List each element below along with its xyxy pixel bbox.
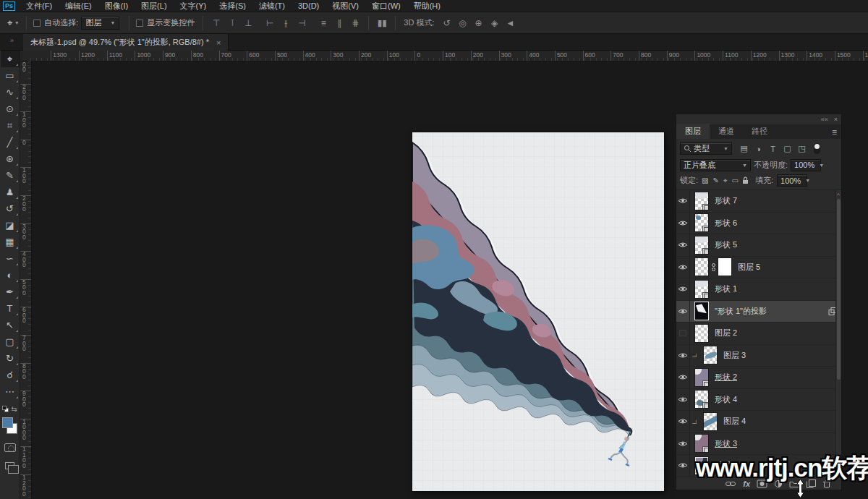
menu-item[interactable]: 窗口(W): [365, 0, 407, 12]
align-horizontal-centers-icon[interactable]: ⫲: [278, 18, 294, 28]
layer-thumbnail[interactable]: [703, 412, 718, 431]
eye-icon[interactable]: [678, 220, 688, 226]
layer-thumbnail[interactable]: [694, 280, 709, 299]
visibility-toggle[interactable]: [676, 345, 690, 367]
lock-position-icon[interactable]: ⌖: [723, 176, 728, 185]
menu-item[interactable]: 滤镜(T): [252, 0, 292, 12]
menu-item[interactable]: 文字(Y): [174, 0, 213, 12]
layer-row[interactable]: ∟图层 3: [676, 345, 841, 367]
swap-colors-icon[interactable]: ⇆: [11, 405, 17, 413]
align-top-edges-icon[interactable]: ⊤: [208, 18, 224, 28]
eye-icon[interactable]: [678, 440, 688, 447]
eye-icon[interactable]: [678, 264, 688, 270]
lock-transparent-icon[interactable]: ▨: [702, 176, 708, 185]
layer-thumbnail[interactable]: [694, 213, 709, 232]
dodge-tool[interactable]: ◐: [1, 267, 20, 283]
layer-name[interactable]: 形状 4: [715, 394, 737, 405]
opacity-input[interactable]: 100%▼: [791, 159, 821, 171]
quick-selection-tool[interactable]: ⊙: [1, 101, 20, 117]
crop-tool[interactable]: ⌗: [1, 117, 20, 134]
distribute-spacing-icon[interactable]: ⋕: [347, 18, 363, 28]
close-panel-icon[interactable]: ×: [834, 116, 838, 123]
layer-row[interactable]: "形状 1"的投影: [676, 301, 841, 323]
type-filter-icon[interactable]: T: [767, 143, 779, 154]
eyedropper-ruler-tool[interactable]: ╱: [1, 134, 20, 150]
rotate-view-tool[interactable]: ↻: [1, 350, 20, 367]
shape-filter-icon[interactable]: ▢: [781, 143, 793, 154]
mask-link-icon[interactable]: [710, 263, 717, 271]
3d-drag-icon[interactable]: ⊕: [471, 18, 487, 28]
align-left-edges-icon[interactable]: ⊢: [262, 18, 278, 28]
layer-name[interactable]: 形状 6: [715, 218, 737, 229]
collapse-panels-icon[interactable]: ««: [821, 116, 828, 123]
fill-input[interactable]: 100%▼: [777, 174, 807, 187]
blend-mode-dropdown[interactable]: 正片叠底▼: [680, 159, 751, 171]
layer-row[interactable]: 形状 5: [676, 234, 841, 257]
visibility-toggle[interactable]: [676, 190, 690, 212]
layer-name[interactable]: 形状 7: [715, 195, 737, 206]
align-vertical-centers-icon[interactable]: ⊺: [224, 18, 240, 28]
visibility-toggle[interactable]: [676, 257, 690, 278]
visibility-toggle[interactable]: [676, 278, 690, 300]
layer-name[interactable]: 形状 2: [715, 372, 737, 383]
layer-name[interactable]: 形状 3: [715, 438, 737, 449]
3d-slide-icon[interactable]: ◈: [487, 18, 503, 28]
3d-camera-icon[interactable]: ◄: [503, 18, 519, 28]
show-transform-checkbox[interactable]: [136, 20, 143, 27]
adjustment-filter-icon[interactable]: ◑: [752, 143, 765, 154]
filter-toggle[interactable]: [814, 143, 820, 154]
eraser-tool[interactable]: ◪: [1, 217, 20, 234]
layer-mask-thumbnail[interactable]: [718, 257, 732, 276]
screen-mode-icon[interactable]: [5, 462, 14, 469]
menu-item[interactable]: 图层(L): [135, 0, 173, 12]
menu-item[interactable]: 编辑(E): [59, 0, 98, 12]
quick-mask-icon[interactable]: [4, 443, 16, 452]
move-tool-option-icon[interactable]: ⌖: [7, 17, 12, 29]
horizontal-ruler[interactable]: 1300120011001000900800700600500400300200…: [20, 51, 868, 61]
auto-select-checkbox[interactable]: [33, 20, 41, 27]
panel-tab-路径[interactable]: 路径: [743, 124, 776, 139]
path-selection-tool[interactable]: ↖: [1, 317, 20, 333]
history-brush-tool[interactable]: ↺: [1, 200, 20, 217]
move-tool[interactable]: ⌖: [1, 51, 20, 67]
lasso-tool[interactable]: ∿: [1, 84, 20, 101]
menu-item[interactable]: 3D(D): [292, 0, 326, 12]
pen-tool[interactable]: ✒: [1, 283, 20, 300]
layer-thumbnail[interactable]: [703, 346, 718, 364]
layer-name[interactable]: 形状 5: [715, 239, 737, 250]
align-bottom-edges-icon[interactable]: ⊥: [240, 18, 256, 28]
layer-thumbnail[interactable]: [694, 390, 709, 409]
visibility-toggle[interactable]: [676, 455, 690, 477]
visibility-toggle[interactable]: [676, 234, 690, 256]
workspace-icon[interactable]: ▮▮: [374, 18, 390, 28]
lock-paint-icon[interactable]: ✎: [713, 176, 719, 185]
distribute-horizontal-icon[interactable]: ∥: [331, 18, 347, 28]
tool-preset-caret-icon[interactable]: ▾: [15, 20, 18, 26]
smart-object-filter-icon[interactable]: ◳: [796, 143, 808, 154]
eye-icon[interactable]: [678, 374, 688, 380]
layer-name[interactable]: 图层 5: [738, 262, 760, 273]
zoom-tool[interactable]: ☌: [1, 367, 20, 383]
marquee-tool[interactable]: ▭: [1, 67, 20, 84]
layer-row[interactable]: 图层 2: [676, 323, 841, 345]
layer-row[interactable]: 图层 5: [676, 257, 841, 279]
eye-icon[interactable]: [678, 352, 688, 359]
eye-icon[interactable]: [678, 396, 688, 403]
distribute-vertical-icon[interactable]: ≡: [315, 18, 331, 28]
layer-name[interactable]: 图层 3: [723, 350, 746, 361]
eye-icon[interactable]: [678, 286, 688, 292]
visibility-toggle[interactable]: [676, 301, 690, 323]
vertical-ruler[interactable]: 3002001000100200300400500600700800900100…: [20, 61, 32, 499]
panel-tab-通道[interactable]: 通道: [710, 124, 743, 139]
lock-artboard-icon[interactable]: ▭: [732, 176, 739, 185]
ps-logo-icon[interactable]: Ps: [3, 1, 15, 11]
layer-name[interactable]: "形状 1"的投影: [715, 306, 767, 317]
visibility-toggle[interactable]: [676, 389, 690, 411]
menu-item[interactable]: 文件(F): [20, 0, 59, 12]
menu-item[interactable]: 视图(V): [326, 0, 365, 12]
visibility-toggle[interactable]: [676, 411, 690, 432]
clone-stamp-tool[interactable]: ♟: [1, 184, 20, 200]
eye-off-icon[interactable]: [679, 330, 686, 336]
eye-icon[interactable]: [678, 462, 688, 469]
layer-name[interactable]: 图层 4: [723, 416, 746, 427]
